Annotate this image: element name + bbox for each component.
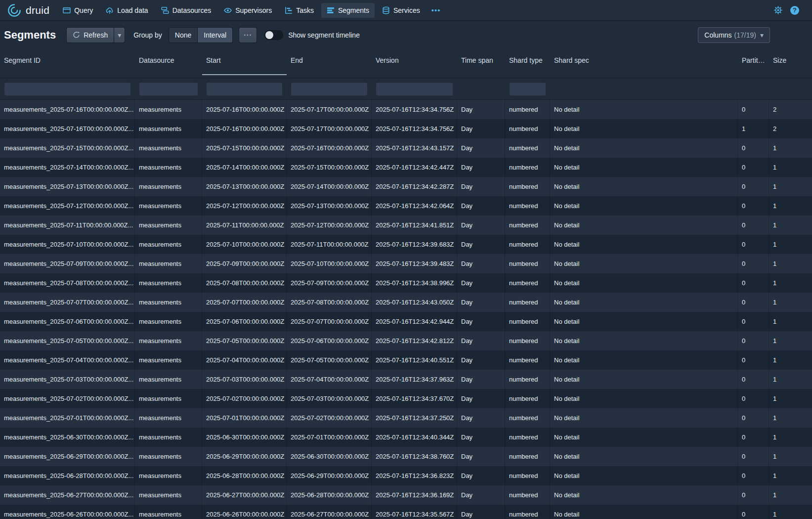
cell-segment-id[interactable]: measurements_2025-07-05T00:00:00.000Z... xyxy=(0,331,135,350)
cell-segment-id[interactable]: measurements_2025-06-28T00:00:00.000Z... xyxy=(0,466,135,485)
toolbar-more-button[interactable]: ··· xyxy=(239,28,256,43)
segment-timeline-toggle[interactable] xyxy=(264,30,283,40)
cell-datasource: measurements xyxy=(135,312,202,331)
cell-partition: 0 xyxy=(738,216,769,235)
table-row: measurements_2025-06-27T00:00:00.000Z...… xyxy=(0,485,812,505)
group-by-interval-button[interactable]: Interval xyxy=(198,28,232,43)
cell-partition: 0 xyxy=(738,466,769,485)
column-header-partition[interactable]: Partition xyxy=(738,49,769,78)
cell-shard-type: numbered xyxy=(505,370,550,389)
cell-segment-id[interactable]: measurements_2025-07-15T00:00:00.000Z... xyxy=(0,138,135,158)
cell-shard-type: numbered xyxy=(505,447,550,466)
nav-item-datasources[interactable]: Datasources xyxy=(156,3,217,18)
column-header-datasource[interactable]: Datasource xyxy=(135,49,202,78)
cell-size: 1 xyxy=(769,428,812,447)
nav-item-services[interactable]: Services xyxy=(377,3,426,18)
cell-segment-id[interactable]: measurements_2025-07-01T00:00:00.000Z... xyxy=(0,408,135,428)
cell-segment-id[interactable]: measurements_2025-07-14T00:00:00.000Z... xyxy=(0,158,135,177)
cell-datasource: measurements xyxy=(135,177,202,196)
cell-partition: 0 xyxy=(738,273,769,293)
columns-button[interactable]: Columns (17/19) ▾ xyxy=(698,28,769,43)
filter-start[interactable] xyxy=(206,82,283,96)
druid-brand[interactable]: druid xyxy=(7,3,49,18)
cell-segment-id[interactable]: measurements_2025-07-02T00:00:00.000Z... xyxy=(0,389,135,408)
filter-shard-type[interactable] xyxy=(509,82,546,96)
filter-version[interactable] xyxy=(376,82,453,96)
table-row: measurements_2025-07-14T00:00:00.000Z...… xyxy=(0,158,812,177)
cell-size: 1 xyxy=(769,312,812,331)
group-by-none-button[interactable]: None xyxy=(169,28,197,43)
cell-segment-id[interactable]: measurements_2025-07-12T00:00:00.000Z... xyxy=(0,196,135,216)
cell-segment-id[interactable]: measurements_2025-07-07T00:00:00.000Z... xyxy=(0,293,135,312)
cell-segment-id[interactable]: measurements_2025-07-16T00:00:00.000Z... xyxy=(0,100,135,119)
cell-segment-id[interactable]: measurements_2025-07-08T00:00:00.000Z... xyxy=(0,273,135,293)
cell-shard-spec: No detail xyxy=(550,447,738,466)
cell-shard-spec: No detail xyxy=(550,273,738,293)
toggle-knob xyxy=(265,31,273,39)
cell-end: 2025-07-15T00:00:00.000Z xyxy=(287,158,372,177)
cell-shard-spec: No detail xyxy=(550,216,738,235)
column-header-end[interactable]: End xyxy=(287,49,372,78)
cell-end: 2025-07-03T00:00:00.000Z xyxy=(287,389,372,408)
nav-item-supervisors[interactable]: Supervisors xyxy=(218,3,277,18)
cell-partition: 0 xyxy=(738,158,769,177)
cell-shard-spec: No detail xyxy=(550,370,738,389)
column-header-segment-id[interactable]: Segment ID xyxy=(0,49,135,78)
table-row: measurements_2025-07-16T00:00:00.000Z...… xyxy=(0,119,812,138)
cell-size: 1 xyxy=(769,370,812,389)
nav-right: ? xyxy=(773,5,799,15)
cloud-upload-icon xyxy=(106,6,114,14)
refresh-dropdown-button[interactable]: ▾ xyxy=(114,28,125,43)
cell-segment-id[interactable]: measurements_2025-07-06T00:00:00.000Z... xyxy=(0,312,135,331)
nav-item-segments[interactable]: Segments xyxy=(321,3,375,18)
cell-segment-id[interactable]: measurements_2025-07-03T00:00:00.000Z... xyxy=(0,370,135,389)
cell-version: 2025-07-16T12:34:37.670Z xyxy=(372,389,457,408)
cell-shard-type: numbered xyxy=(505,119,550,138)
cell-segment-id[interactable]: measurements_2025-07-04T00:00:00.000Z... xyxy=(0,350,135,370)
column-header-start[interactable]: Start xyxy=(202,49,287,78)
column-header-version[interactable]: Version xyxy=(372,49,457,78)
filter-end[interactable] xyxy=(291,82,368,96)
cell-datasource: measurements xyxy=(135,428,202,447)
table-row: measurements_2025-07-07T00:00:00.000Z...… xyxy=(0,293,812,312)
cell-segment-id[interactable]: measurements_2025-07-13T00:00:00.000Z... xyxy=(0,177,135,196)
filter-datasource[interactable] xyxy=(139,82,198,96)
table-row: measurements_2025-07-02T00:00:00.000Z...… xyxy=(0,389,812,408)
cell-segment-id[interactable]: measurements_2025-06-26T00:00:00.000Z... xyxy=(0,505,135,519)
cell-end: 2025-07-07T00:00:00.000Z xyxy=(287,312,372,331)
brand-name: druid xyxy=(26,4,49,16)
refresh-button[interactable]: Refresh xyxy=(67,28,114,43)
cell-segment-id[interactable]: measurements_2025-07-10T00:00:00.000Z... xyxy=(0,235,135,254)
filter-cell xyxy=(372,82,457,96)
column-header-size[interactable]: Size xyxy=(769,49,812,78)
column-header-shard-spec[interactable]: Shard spec xyxy=(550,49,738,78)
nav-item-query[interactable]: Query xyxy=(57,3,98,18)
nav-item-load-data[interactable]: Load data xyxy=(100,3,153,18)
cell-segment-id[interactable]: measurements_2025-07-16T00:00:00.000Z... xyxy=(0,119,135,138)
timeline-toggle-label[interactable]: Show segment timeline xyxy=(288,31,360,39)
cell-partition: 0 xyxy=(738,177,769,196)
cell-segment-id[interactable]: measurements_2025-07-11T00:00:00.000Z... xyxy=(0,216,135,235)
column-header-time-span[interactable]: Time span xyxy=(457,49,505,78)
nav-item-tasks[interactable]: Tasks xyxy=(279,3,319,18)
help-button[interactable]: ? xyxy=(790,6,799,15)
cell-end: 2025-07-11T00:00:00.000Z xyxy=(287,235,372,254)
cell-end: 2025-07-17T00:00:00.000Z xyxy=(287,119,372,138)
cell-size: 1 xyxy=(769,177,812,196)
cell-segment-id[interactable]: measurements_2025-06-29T00:00:00.000Z... xyxy=(0,447,135,466)
refresh-icon xyxy=(73,31,80,39)
cell-start: 2025-07-02T00:00:00.000Z xyxy=(202,389,287,408)
cell-end: 2025-07-12T00:00:00.000Z xyxy=(287,216,372,235)
cell-segment-id[interactable]: measurements_2025-06-27T00:00:00.000Z... xyxy=(0,485,135,505)
cell-end: 2025-07-16T00:00:00.000Z xyxy=(287,138,372,158)
table-row: measurements_2025-07-01T00:00:00.000Z...… xyxy=(0,408,812,428)
filter-segment-id[interactable] xyxy=(4,82,131,96)
column-header-shard-type[interactable]: Shard type xyxy=(505,49,550,78)
cell-segment-id[interactable]: measurements_2025-06-30T00:00:00.000Z... xyxy=(0,428,135,447)
settings-gear-button[interactable] xyxy=(773,5,783,15)
table-row: measurements_2025-07-03T00:00:00.000Z...… xyxy=(0,370,812,389)
cell-partition: 0 xyxy=(738,447,769,466)
cell-segment-id[interactable]: measurements_2025-07-09T00:00:00.000Z... xyxy=(0,254,135,273)
nav-more-button[interactable]: ••• xyxy=(427,3,445,18)
cell-shard-type: numbered xyxy=(505,235,550,254)
